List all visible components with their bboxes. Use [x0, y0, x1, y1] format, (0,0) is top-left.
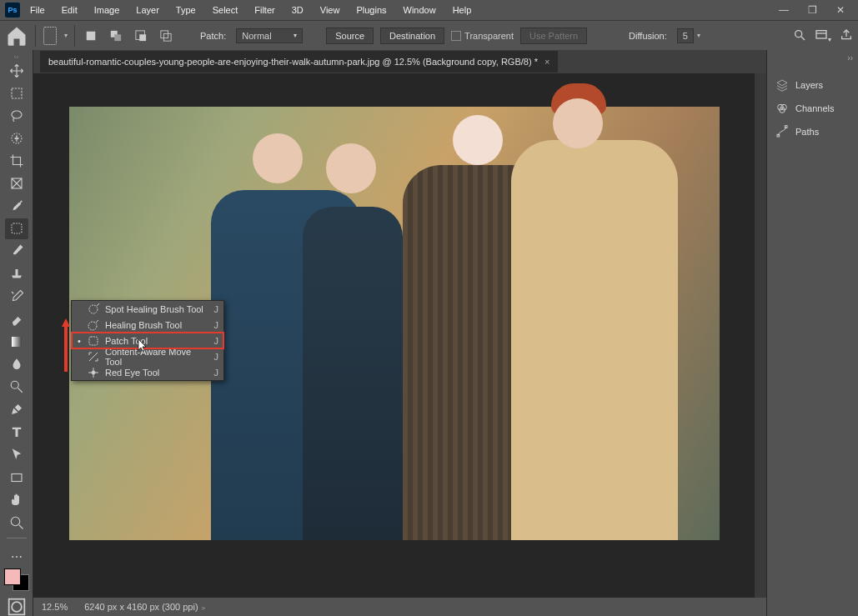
flyout-label: Spot Healing Brush Tool — [105, 304, 209, 314]
flyout-item-red-eye[interactable]: Red Eye Tool J — [72, 364, 223, 380]
menubar: Ps File Edit Image Layer Type Select Fil… — [0, 0, 858, 20]
diffusion-label: Diffusion: — [629, 31, 667, 41]
menu-view[interactable]: View — [314, 3, 347, 18]
home-icon[interactable] — [5, 24, 28, 48]
panel-label: Layers — [795, 80, 823, 90]
crop-tool[interactable] — [5, 150, 28, 171]
menu-file[interactable]: File — [23, 3, 52, 18]
menu-plugins[interactable]: Plugins — [349, 3, 393, 18]
zoom-level[interactable]: 12.5% — [42, 602, 68, 612]
menu-3d[interactable]: 3D — [285, 3, 310, 18]
close-icon[interactable]: × — [544, 57, 549, 67]
vertical-scrollbar[interactable] — [755, 73, 766, 598]
chevron-down-icon[interactable]: ▾ — [697, 32, 700, 39]
healing-tool-flyout: Spot Healing Brush Tool J Healing Brush … — [71, 300, 224, 381]
search-icon[interactable] — [793, 28, 806, 43]
subtract-selection-icon[interactable] — [132, 27, 150, 45]
window-close-icon[interactable]: ✕ — [828, 2, 853, 18]
use-pattern-button: Use Pattern — [520, 28, 587, 44]
new-selection-icon[interactable] — [82, 27, 100, 45]
spot-healing-icon — [87, 303, 100, 316]
svg-rect-4 — [139, 34, 146, 41]
blur-tool[interactable] — [5, 353, 28, 374]
move-tool[interactable] — [5, 60, 28, 81]
menu-filter[interactable]: Filter — [248, 3, 281, 18]
svg-rect-17 — [12, 223, 22, 233]
source-button[interactable]: Source — [326, 28, 374, 44]
flyout-label: Patch Tool — [105, 336, 209, 346]
paths-panel-tab[interactable]: Paths — [767, 120, 858, 143]
document-tab[interactable]: beautiful-romantic-couples-young-people-… — [40, 51, 558, 73]
eyedropper-tool[interactable] — [5, 196, 28, 217]
workspace-icon[interactable]: ▾ — [815, 28, 831, 43]
menu-edit[interactable]: Edit — [55, 3, 84, 18]
color-swatches[interactable] — [4, 568, 29, 591]
dodge-tool[interactable] — [5, 377, 28, 398]
quick-selection-tool[interactable] — [5, 128, 28, 148]
menu-select[interactable]: Select — [206, 3, 245, 18]
eraser-tool[interactable] — [5, 308, 28, 329]
svg-rect-6 — [163, 33, 171, 41]
quick-mask-icon[interactable] — [5, 598, 28, 616]
flyout-shortcut: J — [214, 304, 219, 314]
flyout-shortcut: J — [214, 320, 219, 330]
patch-mode-dropdown[interactable]: Normal ▾ — [236, 28, 303, 43]
history-brush-tool[interactable] — [5, 286, 28, 307]
svg-line-23 — [19, 525, 23, 529]
rectangle-tool[interactable] — [5, 467, 28, 488]
panel-label: Channels — [795, 103, 834, 113]
healing-brush-icon — [87, 318, 100, 332]
window-minimize-icon[interactable]: — — [771, 2, 796, 18]
svg-point-12 — [12, 111, 22, 118]
tools-panel: ›› ⋯ — [0, 50, 33, 616]
panel-grip-icon[interactable]: ›› — [14, 53, 18, 58]
panels-dock: ›› Layers Channels Paths — [766, 50, 858, 616]
zoom-tool[interactable] — [5, 512, 28, 533]
svg-point-7 — [795, 30, 802, 37]
flyout-shortcut: J — [214, 336, 219, 346]
menu-help[interactable]: Help — [446, 3, 479, 18]
divider — [7, 538, 27, 541]
gradient-tool[interactable] — [5, 331, 28, 352]
panel-label: Paths — [795, 127, 819, 137]
layers-panel-tab[interactable]: Layers — [767, 73, 858, 97]
flyout-item-spot-healing[interactable]: Spot Healing Brush Tool J — [72, 301, 223, 317]
chevron-down-icon[interactable]: ▾ — [64, 32, 68, 39]
pen-tool[interactable] — [5, 399, 28, 420]
add-selection-icon[interactable] — [107, 27, 125, 45]
brush-tool[interactable] — [5, 241, 28, 262]
share-icon[interactable] — [840, 28, 853, 43]
menu-type[interactable]: Type — [169, 3, 203, 18]
diffusion-value[interactable]: 5 — [677, 28, 694, 43]
panel-collapse-icon[interactable]: ›› — [767, 50, 858, 73]
options-bar: ▾ Patch: Normal ▾ Source Destination Tra… — [0, 20, 858, 50]
destination-button[interactable]: Destination — [380, 28, 444, 44]
patch-tool-icon[interactable] — [43, 27, 61, 45]
channels-panel-tab[interactable]: Channels — [767, 97, 858, 120]
flyout-item-content-aware-move[interactable]: Content-Aware Move Tool J — [72, 348, 223, 364]
path-selection-tool[interactable] — [5, 444, 28, 465]
menu-image[interactable]: Image — [88, 3, 127, 18]
healing-brush-tool[interactable] — [5, 218, 28, 239]
marquee-tool[interactable] — [5, 83, 28, 103]
clone-stamp-tool[interactable] — [5, 263, 28, 284]
transparent-checkbox[interactable]: Transparent — [451, 31, 514, 41]
edit-toolbar-icon[interactable]: ⋯ — [5, 546, 28, 567]
svg-point-25 — [12, 602, 22, 612]
document-info[interactable]: 6240 px x 4160 px (300 ppi)> — [84, 602, 205, 612]
type-tool[interactable] — [5, 422, 28, 443]
frame-tool[interactable] — [5, 173, 28, 194]
menu-window[interactable]: Window — [397, 3, 443, 18]
photoshop-logo-icon: Ps — [5, 3, 20, 18]
lasso-tool[interactable] — [5, 105, 28, 126]
canvas-viewport[interactable]: Spot Healing Brush Tool J Healing Brush … — [33, 73, 766, 598]
window-restore-icon[interactable]: ❐ — [800, 2, 825, 18]
intersect-selection-icon[interactable] — [157, 27, 175, 45]
flyout-label: Content-Aware Move Tool — [105, 347, 209, 367]
red-eye-icon — [87, 366, 100, 379]
foreground-color-swatch[interactable] — [4, 568, 21, 585]
hand-tool[interactable] — [5, 489, 28, 510]
flyout-shortcut: J — [214, 352, 219, 362]
flyout-item-healing-brush[interactable]: Healing Brush Tool J — [72, 317, 223, 333]
menu-layer[interactable]: Layer — [129, 3, 166, 18]
